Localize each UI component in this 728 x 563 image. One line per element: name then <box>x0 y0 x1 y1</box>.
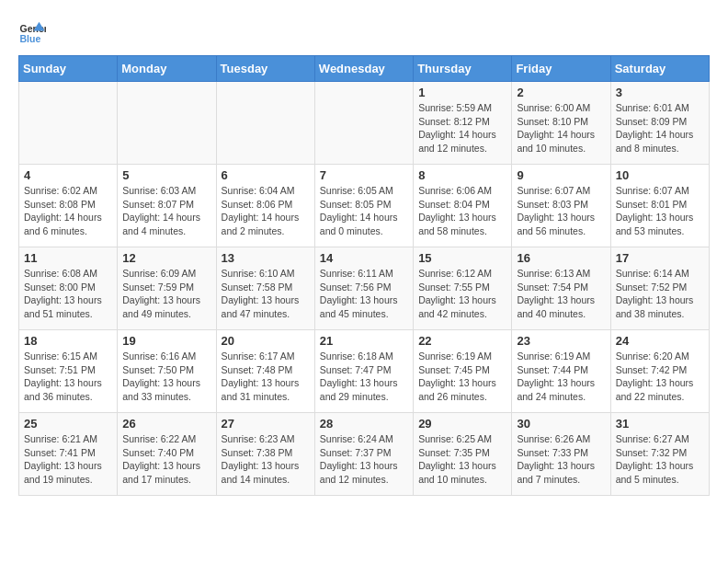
day-number: 12 <box>122 251 210 265</box>
calendar-cell: 16Sunrise: 6:13 AM Sunset: 7:54 PM Dayli… <box>512 247 610 330</box>
calendar-cell: 26Sunrise: 6:22 AM Sunset: 7:40 PM Dayli… <box>118 413 216 496</box>
day-info: Sunrise: 6:12 AM Sunset: 7:55 PM Dayligh… <box>418 267 506 321</box>
calendar-cell: 4Sunrise: 6:02 AM Sunset: 8:08 PM Daylig… <box>19 165 118 247</box>
calendar-cell: 2Sunrise: 6:00 AM Sunset: 8:10 PM Daylig… <box>512 82 610 165</box>
weekday-header-tuesday: Tuesday <box>216 56 314 82</box>
day-number: 6 <box>222 168 310 182</box>
day-number: 18 <box>24 334 112 348</box>
calendar-week-1: 4Sunrise: 6:02 AM Sunset: 8:08 PM Daylig… <box>19 165 710 247</box>
day-info: Sunrise: 6:17 AM Sunset: 7:48 PM Dayligh… <box>222 350 310 404</box>
day-info: Sunrise: 6:00 AM Sunset: 8:10 PM Dayligh… <box>517 101 605 155</box>
calendar-cell: 8Sunrise: 6:06 AM Sunset: 8:04 PM Daylig… <box>414 165 512 247</box>
day-number: 29 <box>418 417 506 431</box>
day-number: 5 <box>122 168 210 182</box>
calendar-cell: 20Sunrise: 6:17 AM Sunset: 7:48 PM Dayli… <box>216 330 314 413</box>
calendar-cell: 30Sunrise: 6:26 AM Sunset: 7:33 PM Dayli… <box>512 413 610 496</box>
weekday-header-saturday: Saturday <box>610 56 709 82</box>
calendar-cell: 7Sunrise: 6:05 AM Sunset: 8:05 PM Daylig… <box>314 165 413 247</box>
calendar-cell: 13Sunrise: 6:10 AM Sunset: 7:58 PM Dayli… <box>216 247 314 330</box>
day-info: Sunrise: 6:23 AM Sunset: 7:38 PM Dayligh… <box>222 432 310 487</box>
calendar-cell: 31Sunrise: 6:27 AM Sunset: 7:32 PM Dayli… <box>610 413 709 496</box>
logo-icon: General Blue <box>18 18 46 46</box>
day-info: Sunrise: 6:11 AM Sunset: 7:56 PM Dayligh… <box>320 267 408 321</box>
day-info: Sunrise: 6:06 AM Sunset: 8:04 PM Dayligh… <box>418 184 506 238</box>
day-number: 21 <box>320 334 408 348</box>
calendar-cell: 11Sunrise: 6:08 AM Sunset: 8:00 PM Dayli… <box>19 247 118 330</box>
calendar-cell: 19Sunrise: 6:16 AM Sunset: 7:50 PM Dayli… <box>118 330 216 413</box>
day-info: Sunrise: 6:14 AM Sunset: 7:52 PM Dayligh… <box>616 267 704 321</box>
calendar-week-0: 1Sunrise: 5:59 AM Sunset: 8:12 PM Daylig… <box>19 82 710 165</box>
day-number: 27 <box>222 417 310 431</box>
day-info: Sunrise: 6:16 AM Sunset: 7:50 PM Dayligh… <box>122 350 210 404</box>
calendar-cell <box>216 82 314 165</box>
calendar-cell: 27Sunrise: 6:23 AM Sunset: 7:38 PM Dayli… <box>216 413 314 496</box>
day-info: Sunrise: 5:59 AM Sunset: 8:12 PM Dayligh… <box>418 101 506 155</box>
day-info: Sunrise: 6:10 AM Sunset: 7:58 PM Dayligh… <box>222 267 310 321</box>
day-number: 11 <box>24 251 112 265</box>
day-info: Sunrise: 6:09 AM Sunset: 7:59 PM Dayligh… <box>122 267 210 321</box>
day-info: Sunrise: 6:24 AM Sunset: 7:37 PM Dayligh… <box>320 432 408 487</box>
day-info: Sunrise: 6:08 AM Sunset: 8:00 PM Dayligh… <box>24 267 112 321</box>
calendar-body: 1Sunrise: 5:59 AM Sunset: 8:12 PM Daylig… <box>19 82 710 496</box>
weekday-header-sunday: Sunday <box>19 56 118 82</box>
day-number: 13 <box>222 251 310 265</box>
day-info: Sunrise: 6:03 AM Sunset: 8:07 PM Dayligh… <box>122 184 210 238</box>
calendar-week-2: 11Sunrise: 6:08 AM Sunset: 8:00 PM Dayli… <box>19 247 710 330</box>
logo: General Blue <box>18 18 46 46</box>
day-info: Sunrise: 6:13 AM Sunset: 7:54 PM Dayligh… <box>517 267 605 321</box>
calendar-cell: 22Sunrise: 6:19 AM Sunset: 7:45 PM Dayli… <box>414 330 512 413</box>
day-info: Sunrise: 6:20 AM Sunset: 7:42 PM Dayligh… <box>616 350 704 404</box>
day-number: 20 <box>222 334 310 348</box>
day-number: 15 <box>418 251 506 265</box>
calendar-header: SundayMondayTuesdayWednesdayThursdayFrid… <box>19 56 710 82</box>
day-info: Sunrise: 6:02 AM Sunset: 8:08 PM Dayligh… <box>24 184 112 238</box>
day-info: Sunrise: 6:26 AM Sunset: 7:33 PM Dayligh… <box>517 432 605 487</box>
day-info: Sunrise: 6:27 AM Sunset: 7:32 PM Dayligh… <box>616 432 704 487</box>
day-number: 24 <box>616 334 704 348</box>
calendar-cell: 5Sunrise: 6:03 AM Sunset: 8:07 PM Daylig… <box>118 165 216 247</box>
day-info: Sunrise: 6:15 AM Sunset: 7:51 PM Dayligh… <box>24 350 112 404</box>
weekday-header-monday: Monday <box>118 56 216 82</box>
weekday-header-wednesday: Wednesday <box>314 56 413 82</box>
weekday-header-thursday: Thursday <box>414 56 512 82</box>
day-info: Sunrise: 6:07 AM Sunset: 8:03 PM Dayligh… <box>517 184 605 238</box>
calendar-cell: 12Sunrise: 6:09 AM Sunset: 7:59 PM Dayli… <box>118 247 216 330</box>
day-info: Sunrise: 6:19 AM Sunset: 7:45 PM Dayligh… <box>418 350 506 404</box>
calendar-cell <box>19 82 118 165</box>
calendar-cell <box>314 82 413 165</box>
calendar-cell: 23Sunrise: 6:19 AM Sunset: 7:44 PM Dayli… <box>512 330 610 413</box>
calendar-cell: 17Sunrise: 6:14 AM Sunset: 7:52 PM Dayli… <box>610 247 709 330</box>
day-number: 17 <box>616 251 704 265</box>
day-info: Sunrise: 6:01 AM Sunset: 8:09 PM Dayligh… <box>616 101 704 155</box>
day-number: 19 <box>122 334 210 348</box>
day-number: 16 <box>517 251 605 265</box>
day-number: 26 <box>122 417 210 431</box>
calendar-cell: 25Sunrise: 6:21 AM Sunset: 7:41 PM Dayli… <box>19 413 118 496</box>
calendar-cell: 21Sunrise: 6:18 AM Sunset: 7:47 PM Dayli… <box>314 330 413 413</box>
day-number: 1 <box>418 86 506 99</box>
day-info: Sunrise: 6:19 AM Sunset: 7:44 PM Dayligh… <box>517 350 605 404</box>
page-header: General Blue <box>18 18 710 46</box>
day-info: Sunrise: 6:05 AM Sunset: 8:05 PM Dayligh… <box>320 184 408 238</box>
day-number: 3 <box>616 86 704 99</box>
day-number: 30 <box>517 417 605 431</box>
day-number: 25 <box>24 417 112 431</box>
calendar-cell <box>118 82 216 165</box>
calendar-cell: 18Sunrise: 6:15 AM Sunset: 7:51 PM Dayli… <box>19 330 118 413</box>
day-number: 8 <box>418 168 506 182</box>
day-number: 2 <box>517 86 605 99</box>
calendar-week-3: 18Sunrise: 6:15 AM Sunset: 7:51 PM Dayli… <box>19 330 710 413</box>
day-info: Sunrise: 6:07 AM Sunset: 8:01 PM Dayligh… <box>616 184 704 238</box>
day-info: Sunrise: 6:04 AM Sunset: 8:06 PM Dayligh… <box>222 184 310 238</box>
day-number: 4 <box>24 168 112 182</box>
calendar-cell: 24Sunrise: 6:20 AM Sunset: 7:42 PM Dayli… <box>610 330 709 413</box>
svg-text:Blue: Blue <box>20 33 41 44</box>
day-number: 14 <box>320 251 408 265</box>
calendar-cell: 28Sunrise: 6:24 AM Sunset: 7:37 PM Dayli… <box>314 413 413 496</box>
day-number: 7 <box>320 168 408 182</box>
day-number: 28 <box>320 417 408 431</box>
calendar-cell: 14Sunrise: 6:11 AM Sunset: 7:56 PM Dayli… <box>314 247 413 330</box>
calendar-week-4: 25Sunrise: 6:21 AM Sunset: 7:41 PM Dayli… <box>19 413 710 496</box>
day-number: 23 <box>517 334 605 348</box>
weekday-header-friday: Friday <box>512 56 610 82</box>
